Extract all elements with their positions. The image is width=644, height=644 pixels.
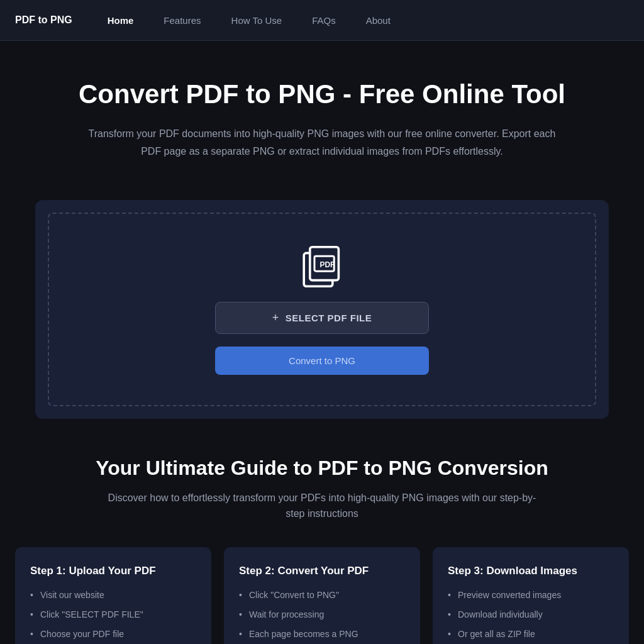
- nav-link-features[interactable]: Features: [148, 0, 216, 41]
- step-2-item-1: Click "Convert to PNG": [239, 589, 405, 602]
- hero-title: Convert PDF to PNG - Free Online Tool: [54, 79, 590, 110]
- step-3-title: Step 3: Download Images: [448, 565, 614, 577]
- convert-btn-label: Convert to PNG: [289, 355, 355, 366]
- step-3-item-3: Or get all as ZIP file: [448, 628, 614, 641]
- select-btn-label: SELECT PDF FILE: [286, 313, 372, 323]
- step-2-list: Click "Convert to PNG" Wait for processi…: [239, 589, 405, 641]
- nav-link-how-to-use[interactable]: How To Use: [216, 0, 297, 41]
- navbar: PDF to PNG Home Features How To Use FAQs…: [0, 0, 644, 41]
- pdf-icon: PDF: [299, 244, 345, 289]
- upload-dropzone[interactable]: PDF + SELECT PDF FILE Convert to PNG: [48, 213, 596, 406]
- step-2-item-2: Wait for processing: [239, 608, 405, 621]
- nav-brand[interactable]: PDF to PNG: [15, 14, 72, 26]
- guide-subtitle: Discover how to effortlessly transform y…: [102, 490, 542, 522]
- step-card-2: Step 2: Convert Your PDF Click "Convert …: [224, 547, 420, 644]
- step-1-title: Step 1: Upload Your PDF: [30, 565, 196, 577]
- guide-section: Your Ultimate Guide to PDF to PNG Conver…: [0, 457, 644, 644]
- upload-container: PDF + SELECT PDF FILE Convert to PNG: [20, 200, 624, 419]
- step-card-3: Step 3: Download Images Preview converte…: [433, 547, 629, 644]
- step-2-title: Step 2: Convert Your PDF: [239, 565, 405, 577]
- guide-title: Your Ultimate Guide to PDF to PNG Conver…: [15, 457, 629, 480]
- steps-grid: Step 1: Upload Your PDF Visit our websit…: [15, 547, 629, 644]
- step-3-list: Preview converted images Download indivi…: [448, 589, 614, 641]
- step-3-item-1: Preview converted images: [448, 589, 614, 602]
- svg-text:PDF: PDF: [319, 260, 335, 269]
- step-2-item-3: Each page becomes a PNG: [239, 628, 405, 641]
- step-1-item-1: Visit our website: [30, 589, 196, 602]
- nav-link-about[interactable]: About: [351, 0, 406, 41]
- hero-section: Convert PDF to PNG - Free Online Tool Tr…: [39, 41, 605, 185]
- step-3-item-2: Download individually: [448, 608, 614, 621]
- nav-link-home[interactable]: Home: [92, 0, 149, 41]
- convert-button[interactable]: Convert to PNG: [215, 347, 429, 375]
- step-1-list: Visit our website Click "SELECT PDF FILE…: [30, 589, 196, 641]
- step-card-1: Step 1: Upload Your PDF Visit our websit…: [15, 547, 211, 644]
- upload-box: PDF + SELECT PDF FILE Convert to PNG: [35, 200, 609, 419]
- step-1-item-2: Click "SELECT PDF FILE": [30, 608, 196, 621]
- step-1-item-3: Choose your PDF file: [30, 628, 196, 641]
- nav-links: Home Features How To Use FAQs About: [92, 0, 406, 41]
- select-pdf-button[interactable]: + SELECT PDF FILE: [215, 302, 429, 334]
- plus-icon: +: [272, 311, 279, 325]
- hero-description: Transform your PDF documents into high-q…: [83, 125, 561, 159]
- nav-link-faqs[interactable]: FAQs: [297, 0, 351, 41]
